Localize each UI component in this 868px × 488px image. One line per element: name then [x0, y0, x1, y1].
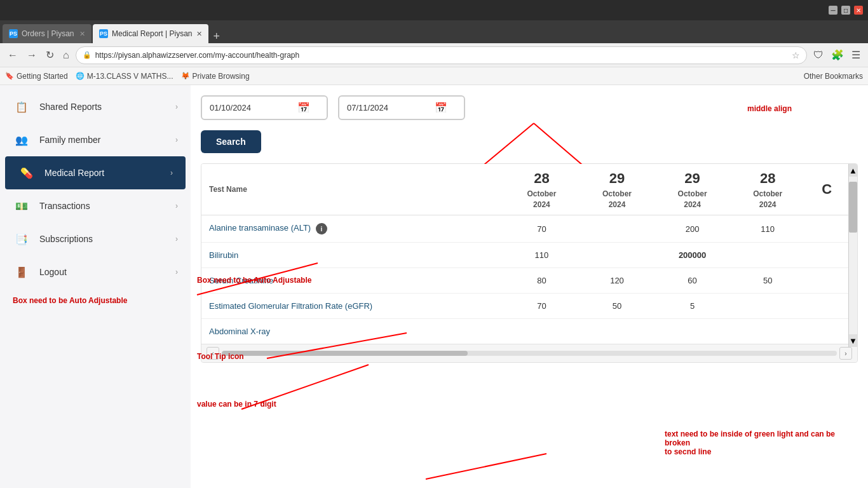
calendar-from-icon[interactable]: 📅	[297, 102, 310, 114]
bookmark-label-2: M-13.CLASS V MATHS...	[87, 72, 173, 81]
close-button[interactable]: ✕	[854, 6, 863, 15]
vscroll-down-button[interactable]: ▼	[848, 334, 857, 347]
val-egfr-2: 50	[580, 294, 655, 319]
chevron-medical-report: ›	[170, 168, 173, 177]
test-name-egfr: Estimated Glomerular Filtration Rate (eG…	[201, 294, 504, 319]
tabs-bar: PS Orders | Piysan ✕ PS Medical Report |…	[0, 20, 868, 43]
date-from-input[interactable]	[210, 103, 292, 112]
chevron-family-member: ›	[175, 135, 178, 144]
calendar-to-icon[interactable]: 📅	[435, 102, 447, 114]
other-bookmarks[interactable]: Other Bookmarks	[804, 72, 863, 81]
tab-orders[interactable]: PS Orders | Piysan ✕	[3, 24, 92, 43]
col-day-4: 28	[760, 169, 775, 189]
shield-button[interactable]: 🛡	[811, 47, 826, 64]
forward-button[interactable]: →	[24, 47, 39, 64]
page-wrapper: ─ □ ✕ PS Orders | Piysan ✕ PS Medical Re…	[0, 0, 868, 488]
annotation-middle-align: middle align	[747, 104, 792, 113]
bookmark-private-browsing[interactable]: 🦊 Private Browsing	[181, 72, 250, 81]
sidebar-item-family-member[interactable]: 👥 Family member ›	[0, 123, 191, 156]
back-button[interactable]: ←	[5, 47, 20, 64]
vertical-scrollbar[interactable]	[848, 177, 857, 347]
table-scroll[interactable]: Test Name 28 October 2024	[201, 164, 848, 344]
date-to-input[interactable]	[347, 103, 430, 112]
col-month-2: October	[602, 189, 632, 200]
col-day-2: 29	[609, 169, 625, 189]
table-row-alt: Alanine transaminase (ALT) i 70 200 110	[201, 215, 848, 243]
tooltip-icon-alt[interactable]: i	[316, 223, 327, 234]
horizontal-scrollbar[interactable]: ‹ ›	[201, 344, 857, 362]
val-xray-2	[580, 319, 655, 344]
col-header-test-name: Test Name	[201, 164, 504, 215]
home-button[interactable]: ⌂	[60, 47, 72, 64]
sidebar-item-logout[interactable]: 🚪 Logout ›	[0, 255, 191, 288]
val-alt-5	[805, 215, 848, 243]
test-name-bilirubin: Bilirubin	[201, 243, 504, 268]
val-xray-5	[805, 319, 848, 344]
annotation-box-auto: Box need to be Auto Adjustable	[197, 276, 311, 285]
val-bili-5	[805, 243, 848, 268]
bookmark-icon-3: 🦊	[181, 72, 190, 80]
medical-report-icon: 💊	[18, 164, 36, 182]
sidebar-item-subscriptions[interactable]: 📑 Subscriptions ›	[0, 222, 191, 255]
minimize-button[interactable]: ─	[829, 6, 837, 15]
maximize-button[interactable]: □	[841, 6, 850, 15]
col-year-1: 2024	[533, 200, 550, 210]
logout-icon: 🚪	[13, 263, 31, 281]
test-name-alt-text: Alanine transaminase (ALT)	[209, 224, 311, 233]
sidebar-item-medical-report[interactable]: 💊 Medical Report ›	[5, 156, 186, 189]
search-button[interactable]: Search	[201, 130, 261, 153]
val-cr-3: 60	[654, 268, 730, 294]
date-from-input-wrap[interactable]: 📅	[201, 95, 328, 120]
val-egfr-4	[730, 294, 806, 319]
box-auto-annotation: Box need to be Auto Adjustable	[13, 296, 178, 305]
col-year-2: 2024	[609, 200, 626, 210]
new-tab-button[interactable]: +	[210, 30, 224, 43]
bookmark-getting-started[interactable]: 🔖 Getting Started	[5, 72, 68, 81]
col-header-c: C	[805, 164, 848, 215]
chevron-shared-reports: ›	[175, 102, 178, 111]
close-tab-2[interactable]: ✕	[196, 30, 202, 38]
hscroll-right-button[interactable]: ›	[839, 347, 852, 360]
annotation-7digit: value can be in 7 digit	[197, 400, 276, 409]
sidebar-item-transactions[interactable]: 💵 Transactions ›	[0, 189, 191, 222]
chevron-transactions: ›	[175, 201, 178, 210]
col-month-4: October	[753, 189, 782, 200]
extensions-button[interactable]: 🧩	[829, 46, 846, 64]
close-tab-1[interactable]: ✕	[79, 30, 85, 38]
sidebar-item-shared-reports[interactable]: 📋 Shared Reports ›	[0, 90, 191, 123]
val-xray-1	[504, 319, 580, 344]
val-bili-1: 110	[504, 243, 580, 268]
chevron-logout: ›	[175, 268, 178, 276]
sidebar-label-medical-report: Medical Report	[44, 168, 161, 178]
tab-title-1: Orders | Piysan	[22, 29, 74, 38]
sidebar-label-subscriptions: Subscriptions	[39, 234, 166, 244]
hscroll-thumb[interactable]	[222, 351, 468, 356]
vscroll-up-button[interactable]: ▲	[848, 164, 857, 177]
col-header-date-3: 29 October 2024	[654, 164, 730, 215]
shared-reports-icon: 📋	[13, 98, 31, 116]
vscroll-thumb[interactable]	[849, 182, 857, 233]
refresh-button[interactable]: ↻	[43, 46, 57, 64]
test-name-xray: Abdominal X-ray	[201, 319, 504, 344]
tab-title-2: Medical Report | Piysan	[112, 29, 193, 38]
annotation-green-text: text need to be inside of green light an…	[665, 430, 855, 456]
bookmark-maths[interactable]: 🌐 M-13.CLASS V MATHS...	[76, 72, 173, 81]
col-year-4: 2024	[759, 200, 776, 210]
address-bar[interactable]: 🔒 https://piysan.alphawizzserver.com/my-…	[76, 46, 807, 64]
tab-medical-report[interactable]: PS Medical Report | Piysan ✕	[93, 24, 208, 43]
menu-button[interactable]: ☰	[849, 46, 863, 64]
val-cr-5	[805, 268, 848, 294]
date-to-input-wrap[interactable]: 📅	[338, 95, 465, 120]
sidebar-label-logout: Logout	[39, 267, 166, 277]
col-year-3: 2024	[684, 200, 701, 210]
col-header-date-2: 29 October 2024	[580, 164, 655, 215]
table-row-egfr: Estimated Glomerular Filtration Rate (eG…	[201, 294, 848, 319]
val-alt-3: 200	[654, 215, 730, 243]
val-cr-2: 120	[580, 268, 655, 294]
title-bar: ─ □ ✕	[0, 0, 868, 20]
address-text: https://piysan.alphawizzserver.com/my-ac…	[95, 51, 788, 60]
col-month-1: October	[527, 189, 556, 200]
hscroll-track	[222, 351, 837, 356]
bookmark-star-button[interactable]: ☆	[792, 50, 800, 60]
val-egfr-5	[805, 294, 848, 319]
